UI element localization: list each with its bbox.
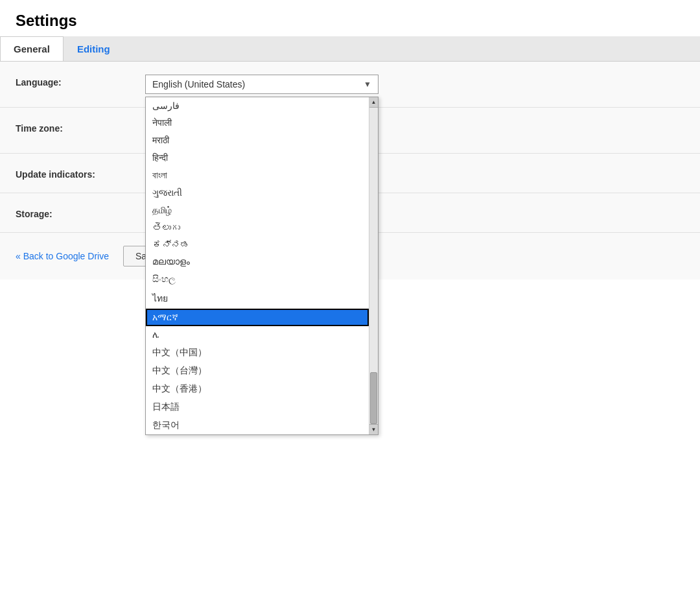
scroll-down-icon: ▼ (371, 427, 377, 432)
storage-label: Storage: (16, 206, 145, 219)
dropdown-item-bengali[interactable]: বাংলা (146, 167, 369, 184)
language-row: Language: English (United States) ▼ فارس… (0, 62, 700, 108)
scroll-thumb[interactable] (370, 372, 377, 424)
page-container: Settings General Editing Language: Engli… (0, 0, 700, 616)
dropdown-list: فارسی नेपाली मराठी हिन्दी বাংলা ગુજરાતી … (146, 97, 369, 434)
dropdown-item-farsi[interactable]: فارسی (146, 97, 369, 114)
dropdown-item-tamil[interactable]: தமிழ் (146, 202, 369, 219)
dropdown-item-malayalam[interactable]: മലയാളം (146, 253, 369, 270)
tabs-bar: General Editing (0, 36, 700, 62)
back-to-drive-link[interactable]: « Back to Google Drive (16, 251, 109, 261)
language-dropdown: فارسی नेपाली मराठी हिन्दी বাংলা ગુજરાતી … (145, 97, 379, 435)
scroll-track (369, 108, 378, 424)
dropdown-item-amharic[interactable]: አማርኛ (146, 309, 369, 326)
dropdown-item-chinese-hk[interactable]: 中文（香港） (146, 380, 369, 398)
scroll-up-button[interactable]: ▲ (369, 97, 378, 108)
scroll-up-icon: ▲ (371, 99, 377, 105)
settings-header: Settings (0, 0, 700, 30)
dropdown-item-unknown[interactable]: ሌ (146, 326, 369, 344)
timezone-label: Time zone: (16, 121, 145, 134)
dropdown-item-telugu[interactable]: తెలుగు (146, 219, 369, 236)
dropdown-item-gujarati[interactable]: ગુજરાતી (146, 184, 369, 202)
dropdown-item-sinhala[interactable]: සිංහල (146, 270, 369, 288)
dropdown-item-nepali[interactable]: नेपाली (146, 114, 369, 132)
language-control: English (United States) ▼ فارسی नेपाली म… (145, 75, 684, 94)
page-title: Settings (16, 12, 684, 30)
language-dropdown-trigger[interactable]: English (United States) ▼ (145, 75, 379, 94)
dropdown-item-chinese-taiwan[interactable]: 中文（台灣） (146, 362, 369, 380)
dropdown-item-chinese-china[interactable]: 中文（中国） (146, 344, 369, 362)
language-current-value: English (United States) (152, 79, 245, 89)
scroll-down-button[interactable]: ▼ (369, 424, 378, 434)
dropdown-item-marathi[interactable]: मराठी (146, 132, 369, 149)
tab-editing[interactable]: Editing (64, 36, 124, 61)
dropdown-arrow-icon: ▼ (364, 80, 371, 89)
dropdown-item-thai[interactable]: ไทย (146, 288, 369, 309)
tab-general[interactable]: General (0, 36, 64, 61)
update-indicators-label: Update indicators: (16, 167, 145, 180)
dropdown-item-hindi[interactable]: हिन्दी (146, 149, 369, 167)
dropdown-scrollbar: ▲ ▼ (369, 97, 378, 434)
dropdown-item-korean[interactable]: 한국어 (146, 416, 369, 434)
settings-body: Language: English (United States) ▼ فارس… (0, 62, 700, 233)
dropdown-item-kannada[interactable]: ಕನ್ನಡ (146, 236, 369, 253)
language-label: Language: (16, 75, 145, 88)
dropdown-item-japanese[interactable]: 日本語 (146, 398, 369, 416)
